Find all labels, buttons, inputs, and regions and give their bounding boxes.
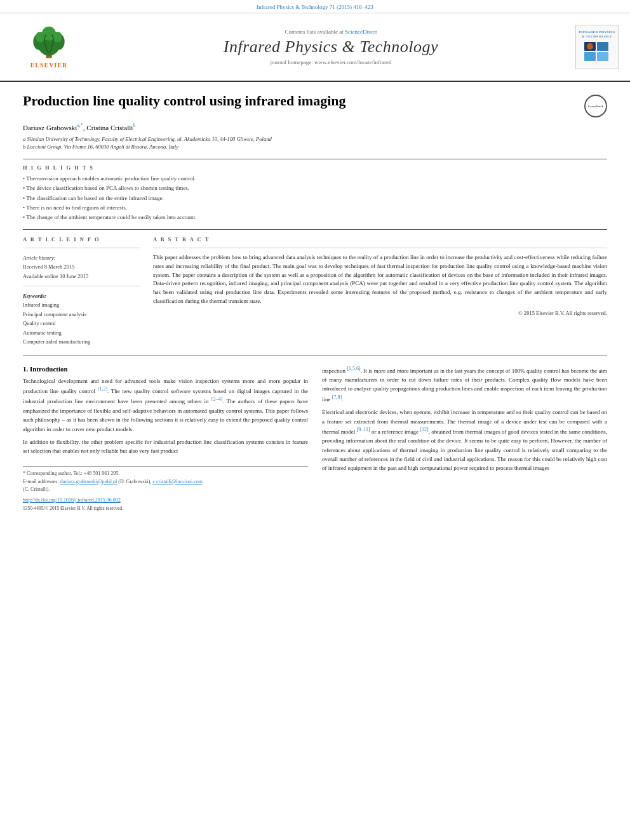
article-info-col: A R T I C L E I N F O Article history: R… bbox=[23, 236, 140, 347]
abstract-label: A B S T R A C T bbox=[153, 236, 607, 243]
journal-center-info: Contents lists available at ScienceDirec… bbox=[90, 29, 572, 65]
highlight-3: The classification can be based on the e… bbox=[23, 194, 607, 203]
authors-line: Dariusz Grabowskia,*, Cristina Cristalli… bbox=[23, 123, 607, 131]
ref-9-11: [9–11] bbox=[357, 427, 370, 432]
body-col-right: inspection [1,5,6]. It is more and more … bbox=[322, 365, 607, 512]
highlight-1: Thermovision approach enables automatic … bbox=[23, 174, 607, 183]
journal-header: ELSEVIER Contents lists available at Sci… bbox=[0, 13, 630, 82]
highlights-section: H I G H L I G H T S Thermovision approac… bbox=[23, 164, 607, 222]
footnote-email2[interactable]: c.cristalli@loccioni.com bbox=[152, 479, 202, 484]
svg-rect-9 bbox=[584, 52, 596, 61]
right-logo-text: INFRARED PHYSICS & TECHNOLOGY bbox=[579, 30, 615, 39]
body-col-left: 1. Introduction Technological developmen… bbox=[23, 365, 308, 512]
ref-1-2: [1,2] bbox=[98, 386, 107, 392]
footnote-email-line: E-mail addresses: dariusz.grabowski@pols… bbox=[23, 478, 308, 486]
elsevier-wordmark: ELSEVIER bbox=[30, 62, 68, 69]
affiliations: a Silesian University of Technology, Fac… bbox=[23, 135, 607, 152]
affil-a: a Silesian University of Technology, Fac… bbox=[23, 135, 607, 143]
footnote-area: * Corresponding author. Tel.: +48 501 96… bbox=[23, 466, 308, 512]
intro-heading: 1. Introduction bbox=[23, 365, 308, 373]
rights-line: 1350-4495/© 2015 Elsevier B.V. All right… bbox=[23, 505, 308, 512]
abstract-text: This paper addresses the problem how to … bbox=[153, 253, 607, 307]
highlight-4: There is no need to find regions of inte… bbox=[23, 203, 607, 213]
abstract-col: A B S T R A C T This paper addresses the… bbox=[153, 236, 607, 347]
divider-abstract bbox=[23, 229, 607, 230]
intro-para2: In addition to flexibility, the other pr… bbox=[23, 437, 308, 456]
highlights-list: Thermovision approach enables automatic … bbox=[23, 174, 607, 222]
title-row: Production line quality control using in… bbox=[23, 92, 607, 117]
body-columns: 1. Introduction Technological developmen… bbox=[23, 365, 607, 512]
ref-7-8: [7,8] bbox=[332, 394, 342, 400]
divider-body bbox=[23, 356, 607, 356]
crossmark-label: CrossMark bbox=[588, 105, 603, 108]
highlight-5: The change of the ambient temperature co… bbox=[23, 213, 607, 222]
article-info-abstract: A R T I C L E I N F O Article history: R… bbox=[23, 236, 607, 347]
highlight-2: The device classification based on PCA a… bbox=[23, 183, 607, 193]
journal-logo-box: INFRARED PHYSICS & TECHNOLOGY bbox=[572, 25, 622, 69]
intro-heading-text: 1. Introduction bbox=[23, 365, 68, 373]
elsevier-logo-area: ELSEVIER bbox=[8, 18, 90, 76]
doi-line[interactable]: http://dx.doi.org/10.1016/j.infrared.201… bbox=[23, 497, 308, 505]
footnote-email-label: E-mail addresses: bbox=[23, 479, 60, 484]
crossmark-area: CrossMark bbox=[584, 95, 607, 117]
copyright-line: © 2015 Elsevier B.V. All rights reserved… bbox=[153, 310, 607, 316]
divider-abstract-top bbox=[153, 248, 607, 248]
divider-info-top bbox=[23, 248, 140, 248]
keyword-3: Quality control bbox=[23, 319, 140, 328]
svg-point-11 bbox=[587, 43, 593, 50]
svg-point-6 bbox=[53, 32, 62, 43]
highlights-label: H I G H L I G H T S bbox=[23, 164, 607, 171]
ref-1-5-6: [1,5,6] bbox=[347, 366, 360, 371]
body-section: 1. Introduction Technological developmen… bbox=[23, 365, 607, 512]
keyword-2: Principal component analysis bbox=[23, 310, 140, 319]
elsevier-tree-logo bbox=[27, 25, 71, 60]
sciencedirect-link[interactable]: ScienceDirect bbox=[345, 29, 377, 35]
author2-sup: b bbox=[133, 123, 135, 128]
intro-para1: Technological development and need for a… bbox=[23, 377, 308, 434]
received-date: Received 8 March 2015 bbox=[23, 263, 74, 270]
journal-homepage: journal homepage: www.elsevier.com/locat… bbox=[90, 59, 572, 65]
journal-citation-bar: Infrared Physics & Technology 71 (2015) … bbox=[0, 0, 630, 13]
author2-name: , Cristina Cristalli bbox=[83, 124, 133, 131]
journal-citation-text: Infrared Physics & Technology 71 (2015) … bbox=[257, 4, 373, 10]
divider-highlights bbox=[23, 159, 607, 159]
article-title: Production line quality control using in… bbox=[23, 92, 574, 110]
divider-keywords bbox=[23, 286, 140, 286]
svg-point-5 bbox=[36, 32, 45, 43]
intro-para3: inspection [1,5,6]. It is more and more … bbox=[322, 365, 607, 404]
journal-cover-image: INFRARED PHYSICS & TECHNOLOGY bbox=[575, 25, 619, 69]
keyword-1: Infrared imaging bbox=[23, 300, 140, 309]
intro-para4: Electrical and electronic devices, when … bbox=[322, 408, 607, 473]
ref-2-4: [2–4] bbox=[211, 396, 222, 402]
author1-name: Dariusz Grabowski bbox=[23, 124, 77, 131]
crossmark-badge[interactable]: CrossMark bbox=[584, 95, 607, 117]
journal-title: Infrared Physics & Technology bbox=[90, 37, 572, 57]
doi-link[interactable]: http://dx.doi.org/10.1016/j.infrared.201… bbox=[23, 497, 121, 503]
keywords-section: Keywords: Infrared imaging Principal com… bbox=[23, 291, 140, 347]
article-info-label: A R T I C L E I N F O bbox=[23, 236, 140, 243]
available-date: Available online 10 June 2015 bbox=[23, 273, 88, 279]
history-label: Article history: bbox=[23, 255, 56, 261]
footnote-email2-name: (C. Cristalli). bbox=[23, 486, 308, 494]
article-content: Production line quality control using in… bbox=[0, 82, 630, 523]
footnote-email1[interactable]: dariusz.grabowski@polsl.pl bbox=[60, 479, 117, 484]
article-history: Article history: Received 8 March 2015 A… bbox=[23, 253, 140, 281]
svg-rect-10 bbox=[597, 52, 608, 61]
sciencedirect-line: Contents lists available at ScienceDirec… bbox=[90, 29, 572, 35]
svg-rect-8 bbox=[597, 42, 608, 51]
ref-12: [12] bbox=[420, 427, 428, 432]
author1-sup: a,* bbox=[77, 123, 83, 128]
footnote-corresponding: * Corresponding author. Tel.: +48 501 96… bbox=[23, 470, 308, 478]
keyword-5: Computer aided manufacturing bbox=[23, 337, 140, 346]
keyword-4: Automatic testing bbox=[23, 328, 140, 337]
cover-graphic bbox=[583, 41, 611, 63]
keywords-label: Keywords: bbox=[23, 293, 46, 299]
affil-b: b Loccioni Group, Via Fiume 16, 60030 An… bbox=[23, 143, 607, 151]
footnote-email1-name: (D. Grabowski), bbox=[118, 479, 151, 484]
